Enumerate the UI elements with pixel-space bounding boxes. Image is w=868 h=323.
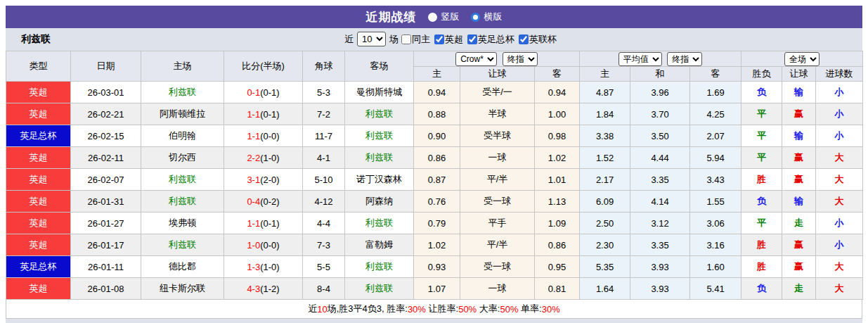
header-group-crow: Crow* 终指 [414, 51, 580, 67]
team-name: 利兹联 [21, 33, 51, 46]
cell-home-team: 利兹联 [141, 169, 224, 191]
header-group-average: 平均值 终指 [580, 51, 741, 67]
cell-avg-away: 1.60 [690, 256, 741, 278]
cell-score: 1-0(0-0) [224, 234, 303, 256]
table-row: 英足总杯26-01-11德比郡1-3(1-0)5-5利兹联0.93受一球0.95… [6, 256, 863, 278]
cell-score: 2-2(1-0) [224, 147, 303, 169]
cell-home-team: 伯明翰 [141, 125, 224, 147]
radio-vertical-label: 竖版 [441, 11, 460, 23]
cell-away-team: 利兹联 [345, 256, 414, 278]
cell-result-outcome: 负 [741, 278, 782, 300]
cell-league: 英超 [6, 278, 71, 300]
summary-stat-value: 50% [458, 304, 477, 315]
cell-league: 英超 [6, 213, 71, 234]
checkbox-icon[interactable] [434, 34, 444, 44]
cell-score: 0-1(0-1) [224, 82, 303, 103]
cell-date: 26-02-15 [71, 125, 141, 147]
cell-result-goals: 小 [816, 103, 863, 125]
cell-score: 1-1(0-0) [224, 125, 303, 147]
filter-controls: 近 10 场 同主英超英足总杯英联杯 [344, 32, 557, 46]
cell-corners: 4-1 [303, 147, 345, 169]
radio-vertical-layout[interactable]: 竖版 [428, 11, 460, 23]
crow-bookmaker-select[interactable]: Crow* [455, 52, 497, 66]
cell-away-team: 富勒姆 [345, 234, 414, 256]
cell-corners: 8-4 [303, 278, 345, 300]
cell-crow-away-odds: 1.00 [535, 103, 580, 125]
cell-result-handicap: 输 [782, 82, 816, 103]
cell-crow-away-odds: 1.01 [535, 169, 580, 191]
cell-crow-home-odds: 1.07 [414, 278, 460, 300]
header-group-result: 全场 [741, 51, 863, 67]
cell-crow-home-odds: 0.87 [414, 169, 460, 191]
cell-result-handicap: 赢 [782, 147, 816, 169]
full-match-select[interactable]: 全场 [784, 52, 820, 66]
cell-result-outcome: 平 [741, 125, 782, 147]
summary-stats: 近10场,胜3平4负3, 胜率:30% 让胜率:50% 大率:50% 单率:30… [6, 300, 862, 319]
filter-checkbox-4[interactable]: 英联杯 [516, 33, 557, 46]
header-date: 日期 [71, 51, 141, 82]
cell-date: 26-02-21 [71, 103, 141, 125]
cell-result-goals: 大 [816, 278, 863, 300]
table-row: 英超26-02-07利兹联3-1(2-0)5-10诺丁汉森林0.87平/半1.0… [6, 169, 863, 191]
cell-avg-home: 2.50 [580, 213, 630, 234]
filter-checkbox-3[interactable]: 英足总杯 [465, 33, 514, 46]
average-select[interactable]: 平均值 [618, 52, 662, 66]
cell-home-team: 埃弗顿 [141, 213, 224, 234]
crow-final-odds-select[interactable]: 终指 [503, 52, 538, 66]
subheader-avg-home: 主 [580, 67, 630, 82]
cell-away-team: 利兹联 [345, 147, 414, 169]
cell-result-outcome: 负 [741, 82, 782, 103]
cell-score: 4-3(1-2) [224, 278, 303, 300]
cell-crow-away-odds: 0.95 [535, 256, 580, 278]
cell-crow-home-odds: 1.02 [414, 234, 460, 256]
subheader-crow-away: 客 [535, 67, 580, 82]
cell-avg-home: 2.30 [580, 234, 630, 256]
cell-corners: 4-12 [303, 191, 345, 213]
cell-crow-away-odds: 1.09 [535, 213, 580, 234]
page: 近期战绩 竖版 横版 利兹联 近 10 场 同主英超英足总杯英联杯 [6, 6, 862, 323]
cell-result-goals: 大 [816, 191, 863, 213]
cell-home-team: 利兹联 [141, 191, 224, 213]
match-count-select[interactable]: 10 [357, 32, 386, 46]
cell-crow-handicap: 半球 [460, 103, 535, 125]
cell-result-handicap: 赢 [782, 234, 816, 256]
cell-avg-draw: 3.12 [630, 213, 690, 234]
header-score: 比分(半场) [224, 51, 303, 82]
cell-crow-handicap: 平/半 [460, 169, 535, 191]
cell-result-outcome: 胜 [741, 169, 782, 191]
cell-result-handicap: 赢 [782, 103, 816, 125]
cell-result-handicap: 走 [782, 278, 816, 300]
cell-result-goals: 大 [816, 147, 863, 169]
filter-checkbox-2[interactable]: 英超 [432, 33, 463, 46]
checkbox-icon[interactable] [519, 34, 529, 44]
cell-league: 英超 [6, 147, 71, 169]
cell-date: 26-03-01 [71, 82, 141, 103]
cell-away-team: 利兹联 [345, 103, 414, 125]
summary-stat-value: 50% [500, 304, 518, 315]
radio-horizontal-layout[interactable]: 横版 [471, 11, 503, 23]
cell-score: 3-1(2-0) [224, 169, 303, 191]
table-row: 英超26-02-11切尔西2-2(1-0)4-1利兹联0.86一球1.021.5… [6, 147, 863, 169]
cell-crow-home-odds: 0.86 [414, 147, 460, 169]
cell-result-outcome: 胜 [741, 234, 782, 256]
cell-avg-away: 4.25 [690, 103, 741, 125]
header-corner: 角球 [303, 51, 345, 82]
filter-checkbox-label: 同主 [412, 33, 430, 46]
cell-avg-home: 4.87 [580, 82, 630, 103]
radio-unchecked-icon[interactable] [428, 13, 437, 22]
table-row: 英超26-01-17利兹联1-0(0-0)7-3富勒姆1.02平/半0.862.… [6, 234, 863, 256]
cell-avg-away: 2.07 [690, 125, 741, 147]
summary-stat-value: 30% [408, 304, 426, 315]
cell-crow-home-odds: 0.90 [414, 125, 460, 147]
control-bar: 利兹联 近 10 场 同主英超英足总杯英联杯 [6, 28, 862, 51]
cell-score: 0-4(0-2) [224, 191, 303, 213]
results-table: 类型 日期 主场 比分(半场) 角球 客场 Crow* 终指 平均值 终指 全场 [6, 51, 863, 300]
average-final-odds-select[interactable]: 终指 [667, 52, 702, 66]
checkbox-icon[interactable] [401, 34, 411, 44]
checkbox-icon[interactable] [467, 34, 477, 44]
cell-avg-home: 3.38 [580, 125, 630, 147]
radio-checked-icon[interactable] [471, 13, 480, 22]
cell-result-handicap: 输 [782, 191, 816, 213]
cell-crow-handicap: 受半球 [460, 125, 535, 147]
filter-checkbox-1[interactable]: 同主 [401, 33, 430, 46]
